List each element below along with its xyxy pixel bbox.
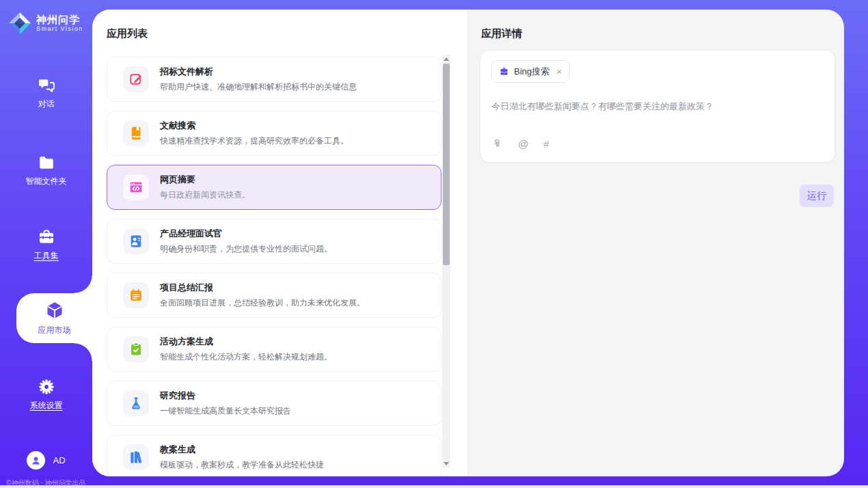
diamond-logo-icon — [8, 12, 31, 35]
sidebar: 神州问学 Smart Vision 对话 智能文件夹 工具集 应用市场 系统设置… — [0, 0, 92, 488]
tool-chip-label: Bing搜索 — [514, 66, 550, 78]
app-card-desc: 明确身份和职责，为您提供专业性的面试问题。 — [160, 243, 332, 255]
user-initials: AD — [53, 455, 65, 465]
app-card[interactable]: 研究报告 一键智能生成高质量长文本研究报告 — [107, 381, 442, 426]
app-detail-title: 应用详情 — [481, 27, 835, 40]
app-card[interactable]: 教案生成 模板驱动，教案秒成，教学准备从此轻松快捷 — [107, 435, 442, 476]
app-list-panel: 应用列表 招标文件解析 帮助用户快速、准确地理解和解析招标书中的关键信息 文献搜… — [92, 10, 468, 476]
app-card[interactable]: 网页摘要 每日政府新闻资讯快查。 — [107, 165, 442, 210]
app-card-title: 产品经理面试官 — [160, 228, 332, 240]
app-card-desc: 快速精准查找学术资源，提高研究效率的必备工具。 — [160, 135, 349, 147]
app-card[interactable]: 文献搜索 快速精准查找学术资源，提高研究效率的必备工具。 — [107, 111, 442, 156]
copyright-footer: ©神州数码 · 神州问学出品 — [0, 478, 92, 488]
clipboard-icon — [123, 336, 149, 362]
interview-icon — [123, 228, 149, 254]
brand-logo: 神州问学 Smart Vision — [0, 0, 92, 38]
books-icon — [123, 444, 149, 470]
cube-icon — [44, 300, 65, 321]
sidebar-item-cube[interactable]: 应用市场 — [16, 293, 92, 343]
app-card-title: 活动方案生成 — [160, 336, 332, 348]
flask-icon — [123, 390, 149, 416]
tool-chip-bing-search[interactable]: Bing搜索 × — [491, 60, 569, 83]
app-list-title: 应用列表 — [107, 27, 467, 40]
sidebar-item-chat[interactable]: 对话 — [0, 77, 92, 110]
app-card-list: 招标文件解析 帮助用户快速、准确地理解和解析招标书中的关键信息 文献搜索 快速精… — [107, 57, 442, 476]
edit-icon — [123, 66, 149, 92]
book-icon — [123, 120, 149, 146]
folder-icon — [38, 154, 55, 172]
app-card-title: 网页摘要 — [160, 174, 250, 186]
app-card-desc: 全面回顾项目进展，总结经验教训，助力未来优化发展。 — [160, 297, 365, 309]
paperclip-icon[interactable] — [491, 138, 503, 150]
scrollbar[interactable] — [442, 55, 450, 467]
sidebar-item-folder[interactable]: 智能文件夹 — [0, 154, 92, 187]
app-card[interactable]: 项目总结汇报 全面回顾项目进展，总结经验教训，助力未来优化发展。 — [107, 273, 442, 318]
prompt-card: Bing搜索 × 今日湖北有哪些新闻要点？有哪些需要关注的最新政策？ @ # — [480, 50, 835, 163]
chat-icon — [38, 77, 55, 94]
user-row[interactable]: AD — [0, 451, 92, 470]
browser-icon — [123, 174, 149, 200]
app-card-title: 文献搜索 — [160, 120, 349, 132]
main-content: 应用列表 招标文件解析 帮助用户快速、准确地理解和解析招标书中的关键信息 文献搜… — [92, 10, 844, 476]
app-card[interactable]: 活动方案生成 智能生成个性化活动方案，轻松解决规划难题。 — [107, 327, 442, 372]
sidebar-item-gear[interactable]: 系统设置 — [0, 378, 92, 411]
app-card-desc: 模板驱动，教案秒成，教学准备从此轻松快捷 — [160, 459, 324, 471]
prompt-input[interactable]: 今日湖北有哪些新闻要点？有哪些需要关注的最新政策？ — [491, 100, 824, 113]
scrollbar-thumb[interactable] — [443, 64, 450, 265]
app-card-desc: 帮助用户快速、准确地理解和解析招标书中的关键信息 — [160, 81, 357, 93]
scroll-down-icon[interactable] — [442, 459, 450, 467]
run-button[interactable]: 运行 — [800, 185, 834, 207]
scroll-up-icon[interactable] — [442, 55, 450, 63]
app-card-desc: 一键智能生成高质量长文本研究报告 — [160, 405, 291, 417]
brand-name: 神州问学 — [36, 14, 83, 25]
briefcase-icon — [499, 66, 509, 77]
app-card-title: 研究报告 — [160, 390, 291, 402]
app-card[interactable]: 招标文件解析 帮助用户快速、准确地理解和解析招标书中的关键信息 — [107, 57, 442, 102]
app-card-title: 招标文件解析 — [160, 66, 357, 78]
user-icon — [30, 455, 42, 466]
app-card-title: 项目总结汇报 — [160, 282, 365, 294]
bottom-strip — [0, 485, 868, 488]
sidebar-nav: 对话 智能文件夹 工具集 应用市场 系统设置 — [0, 38, 92, 411]
app-card-desc: 智能生成个性化活动方案，轻松解决规划难题。 — [160, 351, 332, 363]
app-card-desc: 每日政府新闻资讯快查。 — [160, 189, 250, 201]
app-card-title: 教案生成 — [160, 444, 324, 456]
brand-subtitle: Smart Vision — [36, 25, 83, 32]
mention-icon[interactable]: @ — [518, 138, 528, 150]
chip-close-icon[interactable]: × — [556, 67, 562, 77]
avatar[interactable] — [27, 451, 45, 470]
calendar-icon — [123, 282, 149, 308]
sidebar-item-toolbox[interactable]: 工具集 — [0, 228, 92, 262]
input-toolbar: @ # — [491, 138, 824, 152]
hash-icon[interactable]: # — [543, 138, 549, 150]
app-card[interactable]: 产品经理面试官 明确身份和职责，为您提供专业性的面试问题。 — [107, 219, 442, 264]
app-detail-panel: 应用详情 Bing搜索 × 今日湖北有哪些新闻要点？有哪些需要关注的最新政策？ … — [468, 10, 844, 476]
toolbox-icon — [38, 228, 55, 246]
gear-icon — [38, 378, 55, 396]
